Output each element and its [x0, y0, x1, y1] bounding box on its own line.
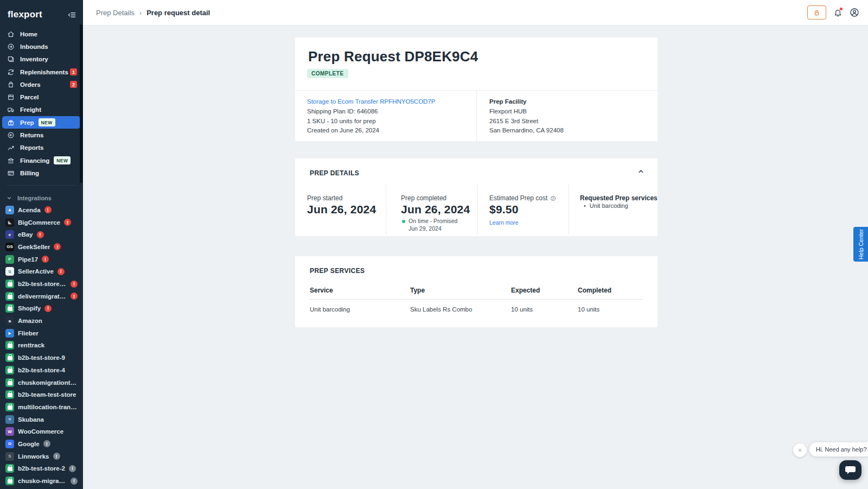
linnworks-logo-icon: S: [5, 452, 14, 461]
shipping-plan-id: Shipping Plan ID: 646086: [307, 107, 435, 117]
learn-more-link[interactable]: Learn more: [489, 219, 519, 226]
help-center-label: Help Center: [858, 229, 864, 259]
facility-name: Flexport HUB: [489, 107, 564, 117]
divider: [569, 185, 569, 234]
alert-badge: !: [42, 256, 49, 263]
sidebar-item-linnworks[interactable]: S Linnworks !: [0, 450, 83, 462]
integrations-header-label: Integrations: [17, 195, 52, 201]
shopify-bag-icon: [5, 304, 14, 313]
flieber-logo-icon: ▶: [5, 329, 14, 338]
sidebar-item-flieber[interactable]: ▶ Flieber: [0, 327, 83, 339]
credit-card-icon: [7, 169, 15, 177]
amazon-logo-icon: a: [5, 316, 14, 325]
sidebar-item-b2b-test-store-9[interactable]: b2b-test-store-9: [0, 352, 83, 364]
nav-label: Freight: [20, 106, 41, 113]
sidebar-item-billing[interactable]: Billing: [2, 167, 80, 179]
sidebar-item-b2b-test-store-10[interactable]: b2b-test-store-10 !: [0, 278, 83, 290]
sidebar-collapse-icon[interactable]: [68, 11, 76, 19]
integrations-toggle[interactable]: Integrations: [0, 192, 83, 204]
sidebar-item-financing[interactable]: Financing NEW: [2, 154, 80, 167]
alert-badge: !: [43, 440, 50, 447]
notifications-button[interactable]: [833, 8, 843, 17]
sku-summary: 1 SKU - 10 units for prep: [307, 117, 435, 126]
sidebar-item-orders[interactable]: Orders 2: [2, 78, 80, 91]
info-icon[interactable]: [550, 195, 556, 201]
sidebar-item-acenda[interactable]: ▲ Acenda !: [0, 204, 83, 217]
sidebar-item-b2b-test-store-2[interactable]: b2b-test-store-2 !: [0, 462, 83, 475]
sidebar-item-parcel[interactable]: Parcel: [2, 91, 80, 103]
column-header-expected: Expected: [511, 287, 540, 294]
sidebar-item-prep[interactable]: Prep NEW: [2, 116, 80, 129]
sidebar-item-selleractive[interactable]: S SellerActive !: [0, 265, 83, 278]
chat-tooltip-close-button[interactable]: ×: [793, 443, 807, 457]
chevron-down-icon: [7, 195, 12, 201]
boxes-icon: [7, 55, 15, 63]
requested-services-label: Requested Prep services: [580, 194, 658, 202]
financing-new-tag: NEW: [54, 156, 71, 164]
account-button[interactable]: [850, 8, 859, 17]
prep-details-heading: PREP DETAILS: [310, 169, 359, 177]
sidebar-divider: [7, 185, 76, 186]
sidebar-item-chusko-migration[interactable]: chusko-migration !: [0, 475, 83, 487]
sidebar-item-woocommerce[interactable]: W WooCommerce: [0, 426, 83, 438]
sidebar-item-bigcommerce[interactable]: ◣ BigCommerce !: [0, 216, 83, 228]
chat-tooltip: Hi. Need any help?: [809, 442, 868, 456]
sidebar-item-multilocation-transfer-test[interactable]: multilocation-transfer-test: [0, 401, 83, 414]
shopify-bag-icon: [5, 292, 14, 301]
sidebar-item-chuskomigrationtest2[interactable]: chuskomigrationtest2: [0, 376, 83, 389]
help-center-tab[interactable]: Help Center: [853, 227, 868, 262]
lock-icon: [813, 9, 821, 17]
sidebar-item-inventory[interactable]: Inventory: [2, 53, 80, 66]
nav-label: Returns: [20, 132, 43, 138]
sidebar-item-b2b-team-test-store[interactable]: b2b-team-test-store: [0, 389, 83, 401]
column-header-type: Type: [410, 287, 425, 294]
prep-completed-value: Jun 26, 2024: [401, 203, 470, 216]
sidebar-item-returns[interactable]: Returns: [2, 129, 80, 141]
nav-label: Inventory: [20, 56, 48, 62]
sidebar-item-reports[interactable]: Reports: [2, 142, 80, 154]
home-icon: [7, 30, 15, 39]
sidebar-item-home[interactable]: Home: [2, 28, 80, 40]
collapse-section-button[interactable]: [637, 167, 645, 175]
sidebar-scrollbar[interactable]: [80, 24, 82, 183]
estimated-cost-value: $9.50: [489, 203, 519, 216]
shipment-info: Storage to Ecom Transfer RPFHNYO5COD7P S…: [307, 97, 435, 136]
prep-facility-info: Prep Facility Flexport HUB 2615 E 3rd St…: [489, 97, 564, 136]
skubana-logo-icon: ≈: [5, 415, 14, 424]
sidebar-item-ebay[interactable]: e eBay !: [0, 228, 83, 241]
transfer-link[interactable]: Storage to Ecom Transfer RPFHNYO5COD7P: [307, 98, 435, 105]
cell-expected: 10 units: [511, 306, 533, 313]
prep-started-label: Prep started: [307, 194, 342, 202]
green-dot-icon: [402, 220, 405, 223]
notification-dot: [839, 7, 843, 11]
sidebar-item-deliverrmigration[interactable]: deliverrmigrationbas... !: [0, 290, 83, 302]
sidebar-item-renttrack[interactable]: renttrack: [0, 339, 83, 352]
bigcommerce-logo-icon: ◣: [5, 218, 14, 227]
alert-badge: !: [64, 219, 71, 226]
nav-label: Financing: [20, 157, 49, 164]
status-badge: COMPLETE: [307, 69, 348, 78]
sidebar-item-google[interactable]: G Google !: [0, 438, 83, 450]
table-header-divider: [310, 299, 643, 300]
sidebar-item-shopify[interactable]: Shopify !: [0, 302, 83, 315]
replenishments-count-badge: 1: [70, 68, 77, 75]
integrations-list: ▲ Acenda ! ◣ BigCommerce ! e eBay ! GS G…: [0, 204, 83, 487]
sidebar-item-geekseller[interactable]: GS GeekSeller !: [0, 241, 83, 253]
sidebar-item-freight[interactable]: Freight: [2, 104, 80, 116]
breadcrumb-parent[interactable]: Prep Details: [96, 9, 135, 17]
nav-label: Prep: [20, 119, 34, 126]
facility-address1: 2615 E 3rd Street: [489, 117, 564, 126]
sidebar-item-b2b-test-store-4[interactable]: b2b-test-store-4: [0, 364, 83, 377]
facility-heading: Prep Facility: [489, 97, 564, 107]
sidebar-item-skubana[interactable]: ≈ Skubana: [0, 413, 83, 426]
breadcrumb-current: Prep request detail: [146, 9, 210, 17]
alert-badge: !: [58, 268, 65, 275]
sidebar-item-amazon[interactable]: a Amazon: [0, 315, 83, 327]
sidebar-item-pipe17[interactable]: P Pipe17 !: [0, 253, 83, 265]
shopify-bag-icon: [5, 280, 14, 288]
divider: [386, 185, 386, 234]
sidebar-item-inbounds[interactable]: Inbounds: [2, 40, 80, 53]
sidebar-item-replenishments[interactable]: Replenishments 1: [2, 66, 80, 78]
lock-button[interactable]: [807, 5, 826, 20]
chat-launcher-button[interactable]: [839, 460, 861, 480]
